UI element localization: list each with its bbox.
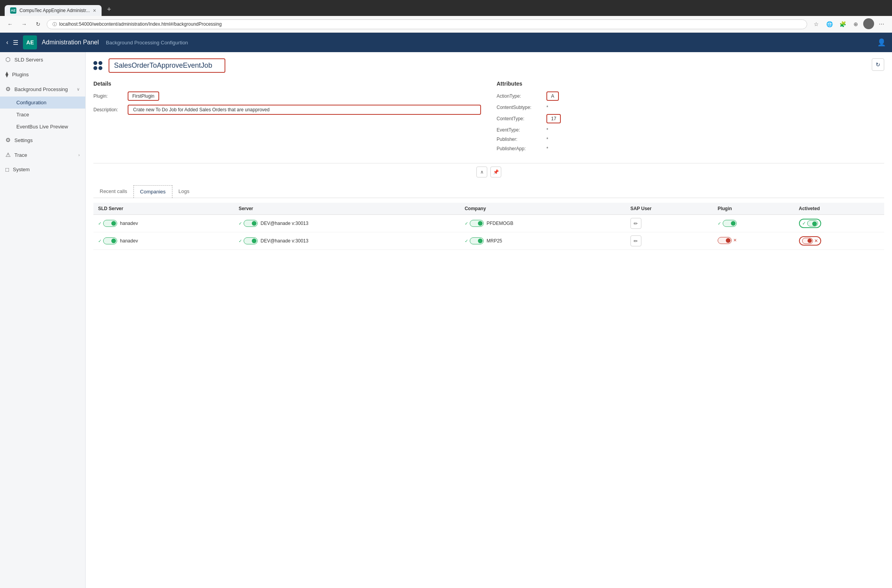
sidebar-item-trace-sub[interactable]: Trace xyxy=(0,109,85,121)
job-header xyxy=(93,58,884,73)
forward-btn[interactable]: → xyxy=(19,19,30,30)
table-row: ✓ hanadev ✓ xyxy=(93,232,884,250)
event-type-row: EventType: * xyxy=(497,127,884,133)
globe-btn[interactable]: 🌐 xyxy=(824,18,835,30)
edit-sap-user-btn-1[interactable]: ✏ xyxy=(630,218,641,229)
server-cell-2: ✓ DEV@hanade v:30013 xyxy=(234,232,460,250)
col-activated: Activeted xyxy=(794,203,884,215)
app-title: Administration Panel xyxy=(42,39,99,46)
companies-table: SLD Server Server Company SAP User Plugi… xyxy=(93,203,884,250)
chevron-down-icon: ∨ xyxy=(77,87,80,92)
activated-cell-2: ✕ xyxy=(794,232,884,250)
tab-companies[interactable]: Companies xyxy=(133,185,172,198)
server-name-1: DEV@hanade v:30013 xyxy=(260,221,308,226)
plugin-toggle-2[interactable]: ✕ xyxy=(718,237,737,244)
browser-tab-active[interactable]: AE CompuTec AppEngine Administr... × xyxy=(5,5,102,16)
col-plugin: Plugin xyxy=(713,203,794,215)
trace-icon: ⚠ xyxy=(5,151,11,158)
company-toggle-1[interactable]: ✓ xyxy=(465,220,484,227)
server-toggle-2[interactable]: ✓ xyxy=(239,237,258,244)
details-title: Details xyxy=(93,81,481,87)
new-tab-btn[interactable]: + xyxy=(103,3,115,16)
collections-btn[interactable]: ⊕ xyxy=(850,18,862,30)
tab-companies-label: Companies xyxy=(140,189,166,195)
activated-toggle-1[interactable]: ✓ xyxy=(799,219,821,228)
details-attributes-section: Details Plugin: FirstPlugin Description:… xyxy=(93,81,884,155)
chevron-right-icon: › xyxy=(78,153,80,157)
refresh-btn[interactable]: ↻ xyxy=(33,19,44,30)
publisher-row: Publisher: * xyxy=(497,137,884,142)
publisher-app-label: PublisherApp: xyxy=(497,146,543,151)
sidebar-item-configuration[interactable]: Configuration xyxy=(0,97,85,109)
icon-dot-3 xyxy=(93,66,97,70)
sld-toggle-1[interactable]: ✓ xyxy=(98,220,117,227)
job-name-input[interactable] xyxy=(109,58,225,73)
publisher-app-row: PublisherApp: * xyxy=(497,146,884,151)
tab-recent-calls-label: Recent calls xyxy=(100,188,127,194)
tab-favicon: AE xyxy=(10,7,16,14)
collapse-btn[interactable]: ∧ xyxy=(476,167,487,177)
company-toggle-2[interactable]: ✓ xyxy=(465,237,484,244)
publisher-app-value: * xyxy=(546,146,548,151)
sidebar-item-trace[interactable]: ⚠ Trace › xyxy=(0,147,85,162)
sidebar-item-sld-servers[interactable]: ⬡ SLD Servers xyxy=(0,52,85,67)
activated-cell-1: ✓ xyxy=(794,215,884,232)
plugin-label: Plugin: xyxy=(93,93,125,99)
back-btn[interactable]: ← xyxy=(5,19,16,30)
plugin-field-row: Plugin: FirstPlugin xyxy=(93,91,481,101)
sidebar-item-eventbus[interactable]: EventBus Live Preview xyxy=(0,121,85,133)
activated-toggle-2[interactable]: ✕ xyxy=(799,236,821,246)
pin-btn[interactable]: 📌 xyxy=(490,167,501,177)
tab-logs[interactable]: Logs xyxy=(172,185,196,198)
app-user-icon[interactable]: 👤 xyxy=(877,38,886,47)
tabs-bar: Recent calls Companies Logs xyxy=(93,185,884,198)
description-label: Description: xyxy=(93,107,125,112)
content-subtype-row: ContentSubtype: * xyxy=(497,105,884,110)
tab-close-btn[interactable]: × xyxy=(93,8,96,13)
sld-toggle-2[interactable]: ✓ xyxy=(98,237,117,244)
sidebar-label-trace: Trace xyxy=(14,152,27,158)
plugin-x-2: ✕ xyxy=(733,238,737,243)
grid-icon: ⬡ xyxy=(5,56,11,63)
tab-logs-label: Logs xyxy=(179,188,190,194)
details-section: Details Plugin: FirstPlugin Description:… xyxy=(93,81,481,155)
lock-icon: ⓘ xyxy=(53,21,57,27)
edit-sap-user-btn-2[interactable]: ✏ xyxy=(630,235,641,246)
sld-server-cell-2: ✓ hanadev xyxy=(93,232,234,250)
server-name-2: DEV@hanade v:30013 xyxy=(260,238,308,244)
event-type-value: * xyxy=(546,127,548,133)
description-field-row: Description: Crate new To Do Job for Add… xyxy=(93,105,481,115)
sidebar-item-settings[interactable]: ⚙ Settings xyxy=(0,133,85,147)
icon-dot-2 xyxy=(98,61,102,65)
profile-btn[interactable] xyxy=(863,18,874,29)
sidebar-label-bg: Background Processing xyxy=(14,86,68,92)
plugins-icon: ⧫ xyxy=(5,71,8,78)
address-text: localhost:54000/webcontent/administratio… xyxy=(59,21,222,27)
address-bar[interactable]: ⓘ localhost:54000/webcontent/administrat… xyxy=(47,19,807,29)
tab-recent-calls[interactable]: Recent calls xyxy=(93,185,133,198)
favorites-btn[interactable]: ☆ xyxy=(810,18,822,30)
company-cell-1: ✓ PFDEMOGB xyxy=(460,215,626,232)
attributes-section: Attributes ActionType: A ContentSubtype:… xyxy=(497,81,884,155)
content-subtype-label: ContentSubtype: xyxy=(497,105,543,110)
app-menu-btn[interactable]: ☰ xyxy=(13,39,18,46)
browser-tabs: AE CompuTec AppEngine Administr... × + xyxy=(5,3,887,16)
extensions-btn[interactable]: 🧩 xyxy=(837,18,848,30)
sidebar-item-system[interactable]: □ System xyxy=(0,162,85,177)
plugin-toggle-1[interactable]: ✓ xyxy=(718,220,737,227)
sidebar-item-plugins[interactable]: ⧫ Plugins xyxy=(0,67,85,82)
col-server: Server xyxy=(234,203,460,215)
more-btn[interactable]: ⋯ xyxy=(876,18,887,30)
app-back-btn[interactable]: ‹ xyxy=(6,39,8,46)
icon-dot-4 xyxy=(98,66,102,70)
col-sld-server: SLD Server xyxy=(93,203,234,215)
server-toggle-1[interactable]: ✓ xyxy=(239,220,258,227)
refresh-content-btn[interactable]: ↻ xyxy=(872,58,884,71)
plugin-value: FirstPlugin xyxy=(128,91,159,101)
icon-dot-1 xyxy=(93,61,97,65)
sap-user-cell-1: ✏ xyxy=(626,215,713,232)
sidebar-label-eventbus: EventBus Live Preview xyxy=(16,124,68,130)
sidebar-item-background-processing[interactable]: ⚙ Background Processing ∨ xyxy=(0,82,85,97)
system-icon: □ xyxy=(5,166,9,173)
sidebar-label-plugins: Plugins xyxy=(12,72,29,77)
